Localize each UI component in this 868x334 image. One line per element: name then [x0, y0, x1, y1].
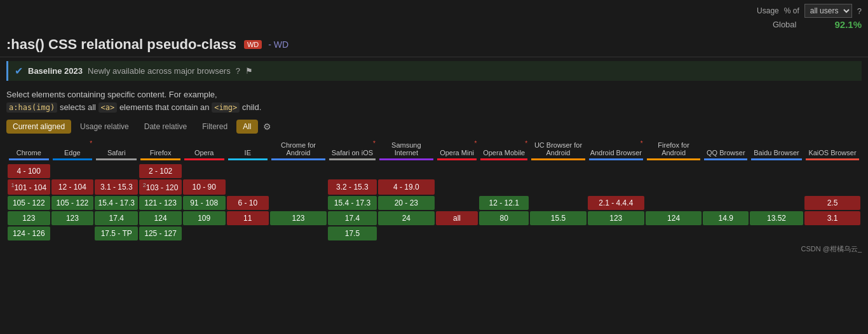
compat-cell-r0-c0: 4 - 100 — [8, 164, 50, 178]
compat-row-0: 4 - 1002 - 102 — [8, 164, 860, 178]
tab-current-aligned[interactable]: Current aligned — [6, 120, 71, 134]
desc-code2: <a> — [98, 102, 118, 113]
browser-header-uc-browser-for-android: UC Browser for Android — [530, 139, 587, 163]
compat-cell-r2-c2: 15.4 - 17.3 — [95, 196, 138, 210]
compat-cell-r0-c8 — [378, 164, 435, 178]
compat-cell-r3-c10: 80 — [479, 211, 529, 225]
compat-cell-r0-c3: 2 - 102 — [139, 164, 182, 178]
compat-cell-r2-c7: 15.4 - 17.3 — [328, 196, 377, 210]
description: Select elements containing specific cont… — [0, 85, 868, 116]
compat-cell-r1-c4: 10 - 90 — [183, 179, 226, 195]
compat-cell-r3-c3: 124 — [139, 211, 182, 225]
browser-header-opera-mobile: Opera Mobile* — [479, 139, 529, 163]
compat-cell-r4-c12 — [588, 226, 644, 240]
compat-cell-r1-c11 — [530, 179, 587, 195]
wd-badge: WD — [244, 40, 262, 49]
help-icon[interactable]: ? — [857, 6, 862, 16]
gear-icon[interactable]: ⚙ — [263, 122, 271, 132]
compat-cell-r0-c15 — [750, 164, 803, 178]
compat-cell-r1-c3: 2103 - 120 — [139, 179, 182, 195]
tab-filtered[interactable]: Filtered — [196, 120, 234, 134]
baseline-flag-icon[interactable]: ⚑ — [245, 66, 253, 76]
desc-code3: <img> — [212, 102, 240, 113]
tab-usage-relative[interactable]: Usage relative — [74, 120, 135, 134]
compat-cell-r0-c4 — [183, 164, 226, 178]
browser-header-safari-on-ios: Safari on iOS* — [328, 139, 377, 163]
compat-cell-r4-c0: 124 - 126 — [8, 226, 50, 240]
compat-cell-r4-c10 — [479, 226, 529, 240]
compat-cell-r0-c12 — [588, 164, 644, 178]
compat-cell-r1-c14 — [703, 179, 749, 195]
baseline-year: Baseline 2023 — [28, 66, 83, 76]
usage-label: Usage — [757, 6, 779, 15]
compat-cell-r3-c7: 17.4 — [328, 211, 377, 225]
compat-cell-r1-c7: 3.2 - 15.3 — [328, 179, 377, 195]
browser-header-chrome: Chrome — [8, 139, 50, 163]
global-row: Global 92.1% — [0, 19, 868, 32]
browser-header-android-browser: Android Browser* — [588, 139, 644, 163]
compat-row-2: 105 - 122105 - 12215.4 - 17.3121 - 12391… — [8, 196, 860, 210]
compat-cell-r1-c2: 3.1 - 15.3 — [95, 179, 138, 195]
compat-cell-r0-c2 — [95, 164, 138, 178]
compat-cell-r4-c2: 17.5 - TP — [95, 226, 138, 240]
compat-cell-r4-c4 — [183, 226, 226, 240]
compat-cell-r4-c9 — [436, 226, 478, 240]
compat-cell-r3-c13: 124 — [646, 211, 702, 225]
compat-cell-r1-c5 — [227, 179, 269, 195]
compat-cell-r3-c5: 11 — [227, 211, 269, 225]
browser-header-baidu-browser: Baidu Browser — [750, 139, 803, 163]
compat-cell-r0-c14 — [703, 164, 749, 178]
compat-cell-r2-c10: 12 - 12.1 — [479, 196, 529, 210]
compat-row-4: 124 - 12617.5 - TP125 - 12717.5 — [8, 226, 860, 240]
baseline-help-icon[interactable]: ? — [236, 66, 240, 76]
compat-cell-r2-c8: 20 - 23 — [378, 196, 435, 210]
compat-cell-r2-c6 — [270, 196, 327, 210]
compat-cell-r2-c1: 105 - 122 — [51, 196, 94, 210]
browser-header-opera-mini: Opera Mini* — [436, 139, 478, 163]
compat-cell-r2-c15 — [750, 196, 803, 210]
compat-cell-r3-c9: all — [436, 211, 478, 225]
compat-cell-r0-c5 — [227, 164, 269, 178]
baseline-desc: Newly available across major browsers — [88, 66, 231, 76]
compat-cell-r3-c1: 123 — [51, 211, 94, 225]
footer-text: CSDN @柑橘乌云_ — [801, 245, 862, 253]
compat-cell-r4-c13 — [646, 226, 702, 240]
compat-cell-r2-c9 — [436, 196, 478, 210]
compat-cell-r3-c14: 14.9 — [703, 211, 749, 225]
browser-header-firefox-for-android: Firefox for Android — [646, 139, 702, 163]
compat-cell-r3-c2: 17.4 — [95, 211, 138, 225]
compat-cell-r4-c6 — [270, 226, 327, 240]
compat-table-wrapper: ChromeEdge*SafariFirefoxOperaIEChrome fo… — [0, 137, 868, 242]
compat-cell-r1-c16 — [804, 179, 860, 195]
compat-cell-r2-c3: 121 - 123 — [139, 196, 182, 210]
browser-header-kaios-browser: KaiOS Browser — [804, 139, 860, 163]
desc-text4: child. — [242, 102, 261, 112]
compat-cell-r0-c11 — [530, 164, 587, 178]
tab-all[interactable]: All — [236, 120, 257, 134]
browser-header-safari: Safari — [95, 139, 138, 163]
compat-cell-r1-c15 — [750, 179, 803, 195]
baseline-check-icon: ✔ — [15, 65, 23, 77]
compat-cell-r2-c16: 2.5 — [804, 196, 860, 210]
compat-cell-r0-c13 — [646, 164, 702, 178]
compat-cell-r4-c5 — [227, 226, 269, 240]
wd-text: - WD — [268, 39, 288, 50]
browser-header-row: ChromeEdge*SafariFirefoxOperaIEChrome fo… — [8, 139, 860, 163]
compat-cell-r2-c14 — [703, 196, 749, 210]
users-select[interactable]: all users — [804, 4, 852, 18]
browser-header-firefox: Firefox — [139, 139, 182, 163]
browser-header-opera: Opera — [183, 139, 226, 163]
desc-text2: selects all — [60, 102, 98, 112]
browser-header-chrome-for-android: Chrome for Android — [270, 139, 327, 163]
compat-table: ChromeEdge*SafariFirefoxOperaIEChrome fo… — [6, 137, 862, 242]
tab-date-relative[interactable]: Date relative — [138, 120, 193, 134]
compat-cell-r2-c0: 105 - 122 — [8, 196, 50, 210]
compat-cell-r0-c7 — [328, 164, 377, 178]
global-label: Global — [773, 20, 797, 29]
page-title: :has() CSS relational pseudo-class — [6, 36, 236, 53]
browser-header-edge: Edge* — [51, 139, 94, 163]
compat-cell-r1-c1: 12 - 104 — [51, 179, 94, 195]
compat-cell-r3-c8: 24 — [378, 211, 435, 225]
compat-cell-r2-c5: 6 - 10 — [227, 196, 269, 210]
compat-cell-r2-c12: 2.1 - 4.4.4 — [588, 196, 644, 210]
